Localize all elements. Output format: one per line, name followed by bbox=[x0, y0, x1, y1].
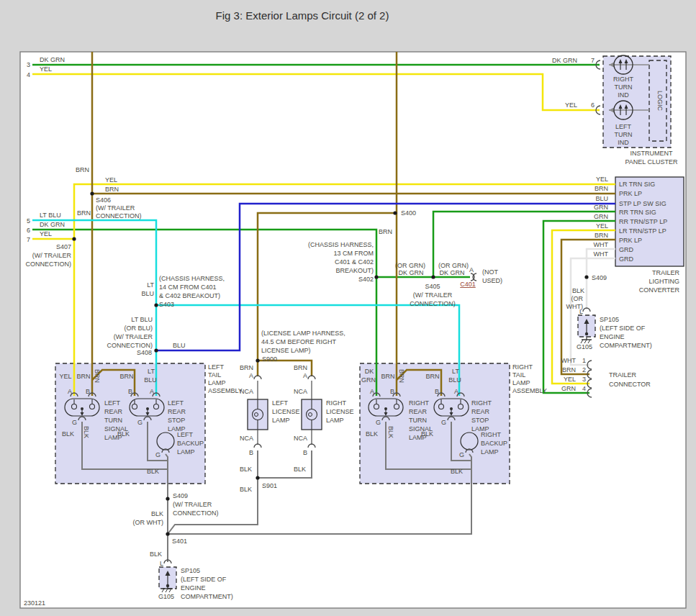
wire-label: 14 CM FROM C401 bbox=[159, 284, 217, 291]
wire-label: (OR bbox=[571, 295, 584, 302]
wire-label: (W/ TRAILER bbox=[173, 501, 212, 508]
wire-label: S405 bbox=[425, 283, 440, 290]
wire-label: BLU bbox=[448, 376, 461, 384]
wire-label: LAMP bbox=[326, 417, 344, 424]
wire-label: BRN bbox=[77, 209, 91, 217]
wire-label: STOP bbox=[168, 417, 185, 424]
wire-label: RIGHT bbox=[409, 399, 430, 407]
wire-label: LIGHTING bbox=[648, 278, 679, 285]
wire-label: BRN bbox=[240, 364, 253, 371]
wire-label: LT bbox=[148, 368, 155, 375]
wire-label: LT bbox=[452, 368, 459, 375]
wire-label: BREAKOUT) bbox=[335, 267, 374, 274]
wire-label: LEFT bbox=[615, 123, 632, 130]
wire-label: BLK bbox=[387, 426, 394, 438]
wire-label: G bbox=[376, 419, 381, 426]
wire-label: LOGIC bbox=[656, 91, 664, 112]
wire-label: BLK bbox=[83, 426, 90, 438]
screenshot-root: Fig 3: Exterior Lamps Circuit (2 of 2)23… bbox=[0, 0, 696, 616]
wire-label: DK GRN bbox=[40, 56, 65, 63]
wire-label: DK GRN bbox=[398, 269, 423, 276]
wire-label: & C402 BREAKOUT) bbox=[159, 292, 220, 299]
wire-label: 6 bbox=[591, 101, 595, 109]
wire-label: LT bbox=[147, 281, 154, 289]
splice-dot bbox=[585, 332, 588, 335]
wire-label: LAMP bbox=[481, 448, 499, 456]
wire-label: BLK bbox=[421, 430, 433, 438]
wire-label: USED) bbox=[482, 277, 502, 284]
wire-label: (LEFT SIDE OF bbox=[600, 325, 646, 332]
wire-label: GRN bbox=[594, 204, 608, 211]
wire-label: ENGINE bbox=[600, 333, 625, 340]
wire-label: 7 bbox=[591, 57, 595, 64]
wire-label: 3 bbox=[27, 61, 30, 68]
wire-label: PANEL CLUSTER bbox=[625, 158, 678, 166]
wire-label: BLK bbox=[240, 486, 252, 493]
wire-label: NCA bbox=[294, 388, 307, 395]
wire-label: 4 bbox=[582, 385, 586, 392]
splice-junction-dot bbox=[90, 191, 94, 195]
wire-label: (LICENSE LAMP HARNESS, bbox=[261, 330, 345, 337]
wire-label: BRN bbox=[425, 373, 439, 380]
wire-label: RR TRN/STP LP bbox=[619, 218, 667, 225]
figure-number: 230121 bbox=[24, 599, 45, 607]
wire-label: (OR GRN) bbox=[438, 262, 469, 269]
wire-label: BRN bbox=[379, 228, 392, 235]
wire-label: NCA bbox=[240, 435, 253, 442]
wire-label: CONNECTOR bbox=[609, 381, 651, 388]
wire-label: (W/ TRAILER bbox=[413, 291, 453, 299]
wire-label: S403 bbox=[159, 301, 174, 308]
wire-label: TRAILER bbox=[652, 269, 680, 276]
wire-label: BRN bbox=[76, 373, 90, 380]
wire-label: 13 CM FROM bbox=[333, 250, 374, 257]
wire-label: DK GRN bbox=[439, 269, 464, 276]
wire-label: CONNECTION) bbox=[410, 300, 456, 307]
wire-label: LICENSE LAMP) bbox=[261, 347, 311, 354]
wire-label: REAR bbox=[471, 408, 490, 415]
wire-label: A bbox=[454, 388, 458, 395]
wire-label: GRN bbox=[361, 376, 376, 384]
wire-label: TURN bbox=[409, 417, 427, 424]
wire-label: S401 bbox=[172, 538, 187, 545]
wire-label: S406 bbox=[96, 196, 111, 204]
wire-label: 3 bbox=[582, 376, 586, 383]
wire-label: DK GRN bbox=[40, 221, 65, 228]
splice-junction-dot bbox=[166, 497, 169, 500]
wire-label: (OR BLU) bbox=[124, 325, 153, 332]
wire-label: B bbox=[390, 388, 394, 395]
wire-label: BRN bbox=[595, 232, 608, 239]
wire-label: B bbox=[249, 449, 253, 456]
wire-label: NCA bbox=[294, 435, 307, 442]
wire-label: PRK LP bbox=[619, 190, 642, 197]
wire-label: BRN bbox=[105, 186, 119, 193]
wire-label: INSTRUMENT bbox=[631, 150, 673, 157]
wire-label: STP LP SW SIG bbox=[619, 200, 666, 207]
splice-junction-dot bbox=[256, 358, 259, 362]
wire-label: BLK bbox=[147, 468, 159, 475]
splice-junction-dot bbox=[154, 303, 158, 307]
wire-label: G bbox=[72, 419, 77, 426]
splice-junction-dot bbox=[166, 532, 169, 535]
wire-label: LAMP bbox=[208, 379, 226, 386]
wire-label: CONVERTER bbox=[639, 286, 680, 294]
wire-label: (OR GRN) bbox=[395, 262, 425, 269]
splice-junction-dot bbox=[374, 275, 378, 278]
wire-label: (LEFT SIDE OF bbox=[181, 576, 227, 583]
wire-label: LEFT bbox=[208, 363, 225, 371]
wire-label: B bbox=[435, 388, 439, 395]
wire-label: BLK bbox=[572, 287, 584, 294]
wire-label: BLK bbox=[151, 510, 163, 517]
wire-label: YEL bbox=[565, 101, 577, 109]
wire-label: TRAILER bbox=[609, 371, 637, 379]
wire-label: B bbox=[303, 449, 307, 456]
wire-label: RIGHT bbox=[471, 399, 492, 407]
figure-title: Fig 3: Exterior Lamps Circuit (2 of 2) bbox=[216, 9, 389, 22]
wire-label: STOP bbox=[471, 417, 489, 424]
splice-junction-dot bbox=[393, 211, 397, 214]
wire-label: (OR WHT) bbox=[133, 519, 164, 526]
wire-label: G bbox=[137, 419, 143, 426]
wire-label: 4 bbox=[27, 71, 30, 78]
wire-label: BLK bbox=[150, 551, 162, 558]
wire-label: COMPARTMENT) bbox=[600, 342, 652, 349]
wire-label: LEFT bbox=[168, 399, 184, 407]
